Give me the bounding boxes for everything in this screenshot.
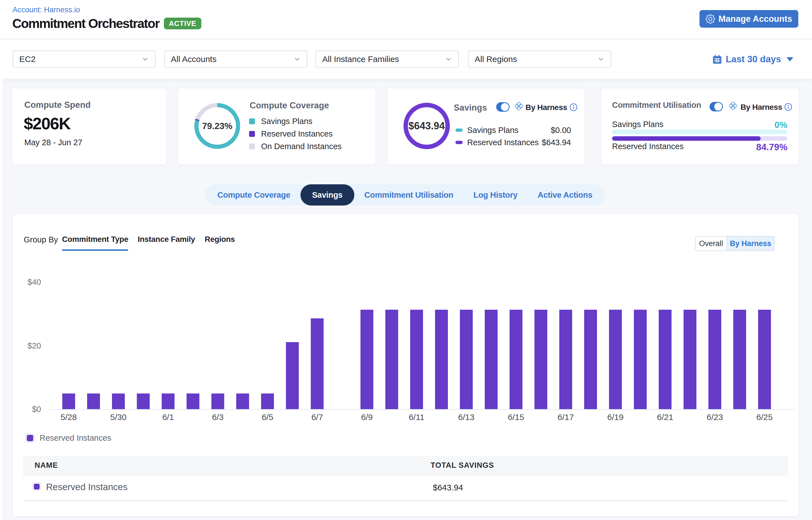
group-by-regions[interactable]: Regions <box>205 235 235 244</box>
y-axis-tick: $0 <box>22 405 41 414</box>
on-demand-swatch <box>249 144 255 149</box>
date-range-picker[interactable]: Last 30 days <box>712 51 793 67</box>
x-axis-tick: 6/25 <box>756 413 772 422</box>
reserved-instances-legend-checkbox[interactable] <box>25 434 35 443</box>
bar-6/6[interactable] <box>286 342 299 409</box>
savings-by-harness-toggle[interactable] <box>496 102 509 112</box>
tab-active-actions[interactable]: Active Actions <box>527 190 602 200</box>
bar-6/12[interactable] <box>435 310 448 409</box>
bar-6/3[interactable] <box>211 393 224 409</box>
segment-overall[interactable]: Overall <box>696 237 727 251</box>
date-range-value: Last 30 days <box>726 54 781 64</box>
toggle-knob <box>714 103 722 111</box>
tab-savings[interactable]: Savings <box>300 184 354 206</box>
x-axis-tick: 6/13 <box>458 413 474 422</box>
segment-by-harness[interactable]: By Harness <box>727 237 774 251</box>
bar-6/22[interactable] <box>684 310 697 409</box>
x-axis-tick: 6/23 <box>707 413 723 422</box>
harness-logo-icon <box>514 101 524 111</box>
commitment-utilisation-card: Commitment Utilisation By Harness Saving… <box>601 88 799 165</box>
bar-6/2[interactable] <box>186 393 199 409</box>
overall-byharness-toggle: Overall By Harness <box>695 236 775 251</box>
table-header: NAME TOTAL SAVINGS <box>23 456 788 475</box>
utilisation-by-harness-toggle[interactable] <box>709 102 723 111</box>
bar-6/25[interactable] <box>758 310 771 409</box>
compute-spend-dates: May 28 - Jun 27 <box>24 138 82 147</box>
regions-select[interactable]: All Regions <box>468 51 611 68</box>
x-axis-tick: 6/3 <box>212 413 224 422</box>
page-header: Account: Harness.io Commitment Orchestra… <box>0 0 812 39</box>
reserved-instances-swatch <box>249 131 255 137</box>
savings-plans-utilisation-pct: 0% <box>775 120 787 130</box>
savings-panel: Group By Commitment Type Instance Family… <box>12 214 798 517</box>
reserved-instances-swatch <box>455 141 463 144</box>
bar-6/19[interactable] <box>609 310 622 409</box>
compute-coverage-card: 79.23% Compute Coverage Savings Plans Re… <box>178 88 376 165</box>
bar-6/14[interactable] <box>485 310 498 409</box>
table-row[interactable]: Reserved Instances $643.94 <box>23 475 788 501</box>
bar-6/24[interactable] <box>733 310 746 409</box>
legend-item: Savings Plans <box>249 115 342 128</box>
bar-6/13[interactable] <box>460 310 473 409</box>
savings-by-harness-label: By Harness <box>525 103 567 112</box>
manage-accounts-button[interactable]: Manage Accounts <box>700 10 798 28</box>
bar-5/30[interactable] <box>112 393 125 409</box>
savings-total-value: $643.94 <box>400 103 453 149</box>
status-badge: ACTIVE <box>164 18 201 29</box>
service-select[interactable]: EC2 <box>12 51 156 68</box>
instance-families-select[interactable]: All Instance Families <box>316 51 459 68</box>
tab-compute-coverage[interactable]: Compute Coverage <box>207 190 300 200</box>
bar-6/17[interactable] <box>559 310 572 409</box>
utilisation-bar-fill <box>612 136 761 141</box>
tab-commitment-utilisation[interactable]: Commitment Utilisation <box>354 190 464 200</box>
savings-legend: Savings Plans $0.00 Reserved Instances $… <box>455 124 571 149</box>
bar-6/20[interactable] <box>634 310 647 409</box>
chart-baseline <box>50 409 796 410</box>
row-total-savings: $643.94 <box>433 483 463 492</box>
x-axis-tick: 6/7 <box>311 413 323 422</box>
bar-6/16[interactable] <box>534 310 547 409</box>
legend-value: $0.00 <box>551 126 571 135</box>
compute-coverage-legend: Savings Plans Reserved Instances On Dema… <box>249 115 342 153</box>
commitment-utilisation-title: Commitment Utilisation <box>612 101 701 110</box>
section-tabs: Compute Coverage Savings Commitment Util… <box>205 184 605 206</box>
caret-down-icon <box>787 57 793 61</box>
bar-5/31[interactable] <box>137 393 150 409</box>
bar-6/10[interactable] <box>385 310 398 409</box>
service-select-value: EC2 <box>19 54 35 64</box>
active-group-underline <box>62 250 128 251</box>
accounts-select[interactable]: All Accounts <box>164 51 308 68</box>
bar-6/4[interactable] <box>236 393 249 409</box>
bar-6/7[interactable] <box>311 318 324 409</box>
tab-log-history[interactable]: Log History <box>464 190 528 200</box>
reserved-instances-utilisation-pct: 84.79% <box>756 142 787 153</box>
bar-6/21[interactable] <box>659 310 672 409</box>
bar-6/9[interactable] <box>361 310 373 409</box>
bar-6/5[interactable] <box>261 393 274 409</box>
x-axis-tick: 6/11 <box>409 413 424 422</box>
chevron-down-icon <box>597 56 605 63</box>
bar-6/1[interactable] <box>162 393 175 409</box>
x-axis-tick: 6/5 <box>262 413 273 422</box>
group-by-instance-family[interactable]: Instance Family <box>138 235 195 244</box>
bar-5/28[interactable] <box>62 393 75 409</box>
bar-6/15[interactable] <box>509 310 522 409</box>
savings-title: Savings <box>454 103 487 113</box>
savings-plans-utilisation-bar <box>612 130 787 134</box>
group-by-commitment-type[interactable]: Commitment Type <box>62 235 128 244</box>
info-icon[interactable] <box>784 103 792 111</box>
account-link[interactable]: Account: Harness.io <box>12 6 80 14</box>
bar-6/23[interactable] <box>708 310 721 409</box>
bar-6/11[interactable] <box>410 310 423 409</box>
legend-item: Reserved Instances $643.94 <box>455 136 571 149</box>
bar-6/18[interactable] <box>584 310 597 409</box>
legend-label: Reserved Instances <box>261 129 333 138</box>
x-axis-tick: 6/9 <box>361 413 373 422</box>
chevron-down-icon <box>445 56 452 63</box>
row-checkbox[interactable] <box>32 482 41 491</box>
info-icon[interactable] <box>570 103 577 111</box>
chevron-down-icon <box>293 56 301 63</box>
bar-5/29[interactable] <box>87 393 100 409</box>
row-label: Savings Plans <box>612 120 663 130</box>
calendar-icon <box>712 54 723 64</box>
